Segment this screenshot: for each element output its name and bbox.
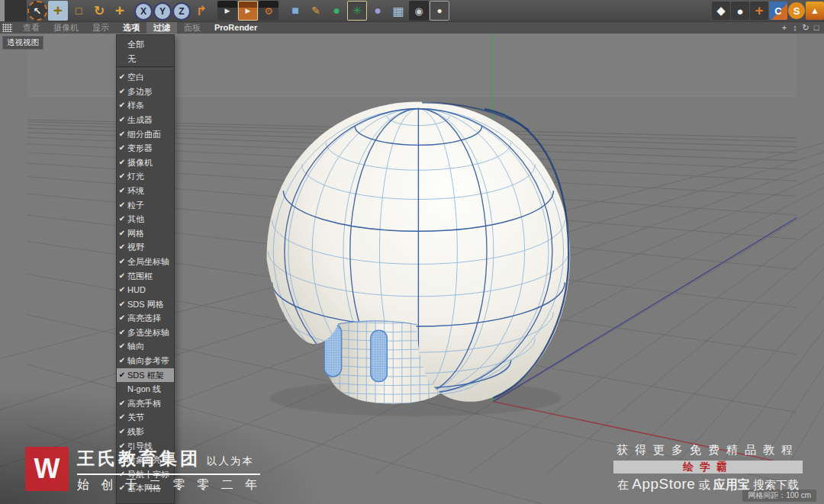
scale-tool-icon[interactable]: □ bbox=[69, 1, 89, 21]
menu-选项[interactable]: 选项 bbox=[116, 22, 146, 34]
promo-overlay: 获得更多免费精品教程 绘学霸 在 AppStore 或 应用宝 搜索下载 bbox=[613, 443, 803, 493]
check-icon bbox=[117, 382, 127, 396]
render-view-icon[interactable]: ▶ bbox=[217, 1, 237, 21]
filter-menu-item[interactable]: ✔全局坐标轴 bbox=[117, 255, 174, 269]
watermark-text: 王氏教育集团 以人为本 始 创 于 二 零 零 二 年 bbox=[77, 447, 260, 493]
filter-menu-item[interactable]: ✔摄像机 bbox=[117, 156, 174, 170]
grid-dots-icon[interactable] bbox=[2, 24, 12, 32]
filter-menu-item-label: 多边形 bbox=[127, 85, 174, 99]
check-icon: ✔ bbox=[117, 240, 127, 255]
filter-menu-item[interactable]: ✔SDS 框架 bbox=[117, 368, 174, 383]
promo-download-line: 在 AppStore 或 应用宝 搜索下载 bbox=[613, 476, 803, 493]
rotate-view-icon[interactable]: ↻ bbox=[801, 23, 810, 33]
cylinder-icon[interactable]: ● bbox=[731, 2, 749, 20]
check-icon: ✔ bbox=[117, 70, 127, 85]
toolbar-corner-block bbox=[5, 0, 27, 21]
filter-menu-item[interactable]: ✔生成器 bbox=[117, 113, 174, 127]
filter-menu-item-label: 多选坐标轴 bbox=[127, 326, 174, 340]
menu-面板[interactable]: 面板 bbox=[177, 22, 208, 34]
filter-menu-item[interactable]: ✔其他 bbox=[117, 212, 174, 226]
filter-menu-item-label: 粒子 bbox=[127, 198, 174, 213]
move-tool-icon[interactable]: + bbox=[48, 1, 68, 21]
filter-menu-item[interactable]: ✔多选坐标轴 bbox=[117, 326, 174, 340]
menu-显示[interactable]: 显示 bbox=[85, 22, 116, 34]
filter-menu-item[interactable]: ✔SDS 网格 bbox=[117, 297, 174, 312]
filter-menu-item[interactable]: ✔细分曲面 bbox=[117, 127, 174, 142]
spline-pen-icon[interactable]: ✎ bbox=[306, 1, 326, 21]
filter-menu-item-label: 网格 bbox=[127, 226, 174, 241]
filter-menu-item-label: 全部 bbox=[127, 37, 174, 52]
substance-icon[interactable]: S bbox=[788, 2, 805, 19]
subdivision-surface-icon[interactable]: ● bbox=[327, 1, 346, 21]
render-picture-viewer-icon[interactable]: ▶ bbox=[238, 1, 258, 21]
environment-object-icon[interactable]: ● bbox=[368, 1, 388, 21]
last-used-move-tool-icon[interactable]: + bbox=[110, 1, 130, 21]
filter-menu-item[interactable]: ✔粒子 bbox=[117, 198, 174, 213]
rotate-tool-icon[interactable]: ↻ bbox=[89, 1, 109, 21]
x-axis-lock-icon[interactable]: X bbox=[134, 2, 153, 21]
y-axis-lock-icon[interactable]: Y bbox=[153, 2, 172, 21]
filter-menu-item-label: 生成器 bbox=[127, 113, 174, 127]
filter-menu-item-label: 范围框 bbox=[127, 269, 174, 284]
filter-menu-item[interactable]: ✔HUD bbox=[117, 283, 174, 297]
light-object-icon[interactable]: ● bbox=[430, 1, 449, 21]
filter-menu-item[interactable]: ✔范围框 bbox=[117, 269, 174, 284]
live-selection-tool-icon[interactable]: ↖ bbox=[27, 1, 47, 21]
filter-menu-item[interactable]: ✔网格 bbox=[117, 226, 174, 241]
paper-plane-icon[interactable]: ◆ bbox=[712, 2, 730, 20]
toggle-view-icon[interactable]: □ bbox=[812, 23, 821, 33]
check-icon: ✔ bbox=[117, 184, 127, 198]
check-icon bbox=[117, 37, 127, 52]
filter-menu-item-label: SDS 框架 bbox=[127, 368, 174, 383]
check-icon: ✔ bbox=[117, 255, 127, 269]
menu-查看[interactable]: 查看 bbox=[16, 22, 47, 34]
filter-menu-item[interactable]: 无 bbox=[117, 52, 174, 66]
shield-icon[interactable]: ▲ bbox=[806, 2, 824, 20]
filter-menu-item-label: 残影 bbox=[127, 425, 174, 439]
floor-grid-icon[interactable]: ▦ bbox=[388, 1, 408, 21]
filter-menu-item[interactable]: 全部 bbox=[117, 37, 174, 52]
filter-menu-item-label: 视野 bbox=[127, 240, 174, 255]
filter-menu-item[interactable]: ✔高亮选择 bbox=[117, 311, 174, 326]
render-settings-icon[interactable]: ⚙ bbox=[259, 1, 278, 21]
check-icon: ✔ bbox=[117, 297, 127, 312]
menu-摄像机[interactable]: 摄像机 bbox=[47, 22, 85, 34]
menu-ProRender[interactable]: ProRender bbox=[208, 22, 264, 34]
add-cube-primitive-icon[interactable]: ■ bbox=[285, 1, 305, 21]
filter-menu-item[interactable]: ✔多边形 bbox=[117, 85, 174, 99]
orange-cross-icon[interactable]: + bbox=[750, 2, 768, 20]
filter-menu-item[interactable]: ✔残影 bbox=[117, 425, 174, 439]
filter-menu-item[interactable]: ✔灯光 bbox=[117, 169, 174, 184]
founded-text: 始 创 于 二 零 零 二 年 bbox=[77, 477, 260, 493]
filter-menu-item[interactable]: ✔样条 bbox=[117, 98, 174, 113]
filter-menu-item[interactable]: ✔轴向 bbox=[117, 339, 174, 354]
filter-menu-item-label: 轴向参考带 bbox=[127, 354, 174, 368]
coordinate-system-icon[interactable]: ↱ bbox=[192, 1, 211, 21]
check-icon: ✔ bbox=[117, 339, 127, 354]
filter-menu-item[interactable]: N-gon 线 bbox=[117, 382, 174, 396]
filter-menu-item-label: 轴向 bbox=[127, 339, 174, 354]
filter-menu-item-label: 空白 bbox=[127, 70, 174, 85]
z-axis-lock-icon[interactable]: Z bbox=[172, 2, 191, 21]
toolbar-left-group: ↖+□↻+XYZ↱▶▶⚙■✎●✳●▦◉● bbox=[27, 0, 449, 21]
camera-object-icon[interactable]: ◉ bbox=[409, 1, 429, 21]
check-icon: ✔ bbox=[117, 269, 127, 284]
filter-menu-item[interactable]: ✔视野 bbox=[117, 240, 174, 255]
pan-view-icon[interactable]: + bbox=[780, 23, 789, 33]
menu-过滤[interactable]: 过滤 bbox=[146, 22, 177, 34]
check-icon: ✔ bbox=[117, 354, 127, 368]
filter-menu-item-label: 其他 bbox=[127, 212, 174, 226]
dolly-view-icon[interactable]: ↕ bbox=[790, 23, 800, 33]
viewport-label: 透视视图 bbox=[2, 36, 43, 50]
filter-menu-item[interactable]: ✔关节 bbox=[117, 410, 174, 425]
download-or: 或 bbox=[699, 478, 710, 491]
filter-menu-item[interactable]: ✔轴向参考带 bbox=[117, 354, 174, 368]
promo-brand-bar: 绘学霸 bbox=[613, 461, 803, 474]
filter-menu-item-label: 变形器 bbox=[127, 141, 174, 156]
content-browser-icon[interactable]: C bbox=[769, 2, 787, 20]
deformer-icon[interactable]: ✳ bbox=[347, 1, 367, 21]
filter-menu-item[interactable]: ✔空白 bbox=[117, 70, 174, 85]
filter-menu-item[interactable]: ✔变形器 bbox=[117, 141, 174, 156]
filter-menu-item[interactable]: ✔高亮手柄 bbox=[117, 396, 174, 411]
filter-menu-item[interactable]: ✔环境 bbox=[117, 184, 174, 198]
